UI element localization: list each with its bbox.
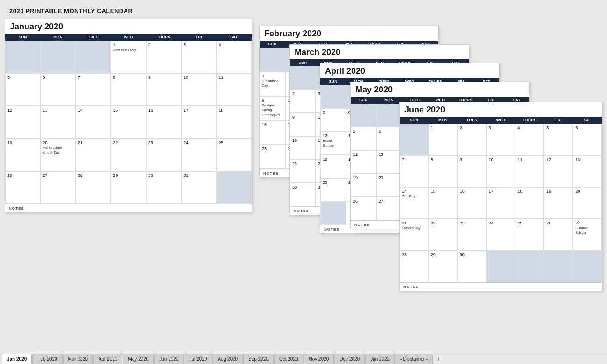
jan-cell-19: 19	[5, 139, 40, 171]
jan-cell-4: 4	[217, 41, 252, 73]
tab-dec-2020[interactable]: Dec 2020	[334, 354, 365, 364]
jan-cell-23: 23	[146, 139, 181, 171]
jun-header: SUN MON TUES WED THURS FRI SAT	[400, 117, 602, 124]
jan-h-tue: TUES	[76, 34, 111, 41]
tab-bar: Jan 2020 Feb 2020 Mar 2020 Apr 2020 May …	[0, 351, 607, 364]
tab-apr-2020[interactable]: Apr 2020	[93, 354, 123, 364]
jan-h-fri: FRI	[181, 34, 216, 41]
jan-cell-dec29	[5, 41, 40, 73]
jan-cell-29: 29	[111, 171, 146, 204]
jan-cell-10: 10	[181, 73, 216, 106]
jun-body: 1 2 3 4 5 6 7 8 9 10 11 12 13 14 Flag Da…	[400, 124, 602, 282]
jan-header: SUN MON TUES WED THURS FRI SAT	[5, 34, 252, 41]
mar-h-sun: SUN	[290, 59, 316, 66]
tab-aug-2020[interactable]: Aug 2020	[212, 354, 243, 364]
jan-cell-16: 16	[146, 106, 181, 139]
jun-title: June 2020	[400, 102, 602, 117]
jan-cell-22: 22	[111, 139, 146, 171]
jan-cell-21: 21	[76, 139, 111, 171]
tab-jul-2020[interactable]: Jul 2020	[184, 354, 212, 364]
jun-notes: NOTES	[400, 282, 602, 291]
jun-grid: SUN MON TUES WED THURS FRI SAT 1 2 3 4 5…	[400, 117, 602, 282]
jan-cell-27: 27	[40, 171, 75, 204]
jan-cell-9: 9	[146, 73, 181, 106]
jan-cell-11: 11	[217, 73, 252, 106]
jan-cell-14: 14	[76, 106, 111, 139]
tab-nov-2020[interactable]: Nov 2020	[304, 354, 334, 364]
may-title: May 2020	[351, 82, 529, 97]
feb-cell-16: 16	[260, 120, 285, 145]
tab-disclaimer[interactable]: - Disclaimer -	[395, 354, 433, 364]
tab-jun-2020[interactable]: Jun 2020	[154, 354, 184, 364]
feb-cell-9: 9 Daylight SavingTime Begins	[260, 96, 285, 120]
jan-grid: SUN MON TUES WED THURS FRI SAT 1 New Yea…	[5, 34, 252, 204]
tab-sep-2020[interactable]: Sep 2020	[243, 354, 274, 364]
jan-cell-26: 26	[5, 171, 40, 204]
jan-cell-15: 15	[111, 106, 146, 139]
jan-cell-20: 20 Martin LutherKing Jr Day	[40, 139, 75, 171]
jan-cell-18: 18	[217, 106, 252, 139]
tab-oct-2020[interactable]: Oct 2020	[274, 354, 304, 364]
feb-h-sun: SUN	[260, 41, 285, 48]
jan-body: 1 New Year's Day 2 3 4 5 6 7 8 9 10 11 1…	[5, 41, 252, 204]
calendar-june: June 2020 SUN MON TUES WED THURS FRI SAT…	[399, 102, 602, 291]
calendar-january: January 2020 SUN MON TUES WED THURS FRI …	[5, 19, 252, 213]
tab-jan-2020[interactable]: Jan 2020	[2, 354, 32, 364]
jan-cell-feb1	[217, 171, 252, 204]
jan-cell-28: 28	[76, 171, 111, 204]
jan-cell-13: 13	[40, 106, 75, 139]
jan-cell-1: 1 New Year's Day	[111, 41, 146, 73]
jan-cell-5: 5	[5, 73, 40, 106]
jan-h-wed: WED	[111, 34, 146, 41]
tab-mar-2020[interactable]: Mar 2020	[63, 354, 93, 364]
jan-title: January 2020	[5, 19, 252, 34]
add-sheet-button[interactable]: +	[433, 354, 444, 364]
jan-notes: NOTES	[5, 204, 252, 212]
jan-cell-25: 25	[217, 139, 252, 171]
jan-cell-8: 8	[111, 73, 146, 106]
jan-h-thu: THURS	[146, 34, 181, 41]
apr-title: April 2020	[320, 63, 499, 78]
jan-cell-24: 24	[181, 139, 216, 171]
tab-feb-2020[interactable]: Feb 2020	[32, 354, 62, 364]
jan-cell-17: 17	[181, 106, 216, 139]
feb-cell-jan26	[260, 48, 285, 72]
feb-title: February 2020	[260, 26, 438, 41]
tab-may-2020[interactable]: May 2020	[123, 354, 154, 364]
jan-cell-dec30	[40, 41, 75, 73]
jan-h-sun: SUN	[5, 34, 40, 41]
jan-h-sat: SAT	[217, 34, 252, 41]
main-content: 2020 PRINTABLE MONTHLY CALENDAR January …	[0, 0, 607, 351]
jan-cell-2: 2	[146, 41, 181, 73]
jan-cell-31: 31	[181, 171, 216, 204]
jan-cell-3: 3	[181, 41, 216, 73]
jan-cell-6: 6	[40, 73, 75, 106]
page-title: 2020 PRINTABLE MONTHLY CALENDAR	[9, 7, 598, 14]
mar-title: March 2020	[290, 45, 469, 59]
feb-cell-23: 23	[260, 145, 285, 169]
jan-cell-12: 12	[5, 106, 40, 139]
jan-h-mon: MON	[40, 34, 75, 41]
jan-cell-30: 30	[146, 171, 181, 204]
jan-cell-7: 7	[76, 73, 111, 106]
jan-cell-dec31	[76, 41, 111, 73]
tab-jan-2021[interactable]: Jan 2021	[365, 354, 395, 364]
feb-cell-2: 2 Groundhog Day	[260, 72, 285, 96]
